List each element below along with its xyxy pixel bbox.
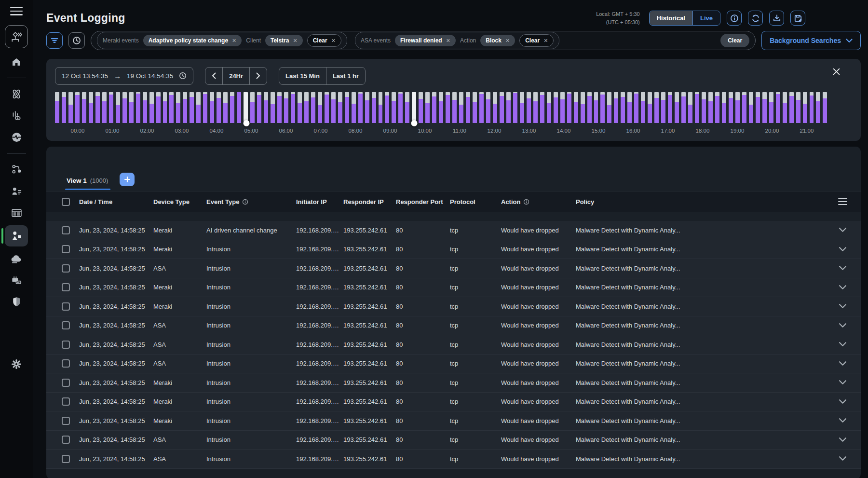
column-header[interactable]: Device Type [153,198,206,205]
appliance-icon [10,274,23,287]
menu-icon[interactable] [10,7,23,15]
add-view-button[interactable] [120,173,135,186]
sidebar-item-health[interactable] [5,128,28,147]
cell-policy: Malware Detect with Dynamic Analy... [576,360,832,367]
column-header[interactable]: Responder Port [396,198,450,205]
clear-group-chip[interactable]: Clear✕ [307,34,341,47]
expand-row-button[interactable] [839,228,846,232]
window-next-button[interactable] [249,68,267,84]
chip-label: Clear [313,37,327,44]
select-all-checkbox[interactable] [62,198,70,206]
histogram-bar [304,92,309,123]
time-filter-button[interactable] [68,32,85,49]
sidebar-item-monitoring[interactable] [5,106,28,125]
cell-initiator-ip: 192.168.209.216 [296,341,343,348]
expand-row-button[interactable] [839,323,846,328]
row-checkbox[interactable] [62,245,70,253]
column-header[interactable]: Action [501,198,576,205]
home-icon [11,56,22,68]
preset-last-1-hr[interactable]: Last 1 hr [326,68,365,84]
sidebar-item-dashboards[interactable] [5,204,28,223]
column-header[interactable]: Event Type [206,198,296,205]
cell-responder-port: 80 [396,227,450,234]
remove-chip-icon[interactable]: ✕ [232,38,236,44]
row-checkbox[interactable] [62,341,70,349]
column-header[interactable]: Initiator IP [296,198,343,205]
time-axis-label: 09:00 [383,128,397,134]
column-header[interactable]: Protocol [450,198,501,205]
column-header[interactable]: Policy [576,198,832,205]
top-bar: Event Logging Local: GMT + 5:30 (UTC + 0… [46,0,861,29]
historical-toggle-button[interactable]: Historical [650,11,692,25]
remove-chip-icon[interactable]: ✕ [293,38,297,44]
filter-button[interactable] [46,32,63,49]
sidebar-item-clients[interactable] [5,182,28,201]
filter-value-chip[interactable]: Telstra✕ [265,35,303,46]
expand-row-button[interactable] [839,456,846,461]
row-checkbox[interactable] [62,226,70,234]
remove-chip-icon[interactable]: ✕ [331,38,336,44]
save-button[interactable] [790,11,805,26]
sidebar-item-home[interactable] [5,52,28,71]
timeline-range-handle[interactable] [243,120,249,126]
histogram-bar [196,92,201,123]
close-timeline-button[interactable] [832,68,841,78]
sidebar-item-security[interactable] [5,292,28,312]
preset-last-15-min[interactable]: Last 15 Min [279,68,326,84]
row-checkbox[interactable] [62,417,70,425]
column-header[interactable]: Date / Time [79,198,153,205]
row-checkbox[interactable] [62,264,70,273]
cell-responder-port: 80 [396,246,450,253]
sidebar-item-topology[interactable] [5,25,28,48]
expand-row-button[interactable] [839,342,846,347]
tab-view-1-label: View 1 [67,177,87,184]
row-checkbox[interactable] [62,436,70,444]
sidebar-item-appliances[interactable] [5,271,28,290]
window-prev-button[interactable] [205,68,222,84]
sidebar-item-assurance[interactable] [5,84,28,104]
filter-value-chip[interactable]: Adaptive policy state change✕ [143,35,242,46]
expand-row-button[interactable] [839,380,846,385]
expand-row-button[interactable] [839,304,846,309]
clear-all-filters-button[interactable]: Clear [720,34,749,47]
expand-row-button[interactable] [839,418,846,423]
expand-row-button[interactable] [839,285,846,290]
info-button[interactable] [727,11,742,26]
date-range-picker[interactable]: 12 Oct 13:54:35 → 19 Oct 14:54:35 [55,67,193,85]
expand-row-button[interactable] [839,266,846,271]
remove-chip-icon[interactable]: ✕ [446,38,450,44]
cell-protocol: tcp [450,265,501,272]
expand-row-button[interactable] [839,437,846,442]
expand-row-button[interactable] [839,361,846,366]
sidebar-item-cloud[interactable] [5,249,28,268]
download-button[interactable] [769,11,784,26]
row-checkbox[interactable] [62,379,70,387]
row-checkbox[interactable] [62,321,70,329]
cell-initiator-ip: 192.168.209.216 [296,284,343,291]
sidebar-item-workflows[interactable] [5,160,28,179]
background-searches-button[interactable]: Background Searches [761,31,861,50]
expand-row-button[interactable] [839,399,846,404]
row-checkbox[interactable] [62,359,70,368]
filter-value-chip[interactable]: Block✕ [480,35,515,46]
row-checkbox[interactable] [62,455,70,463]
histogram-bar [810,92,814,123]
cell-event-type: Intrusion [206,322,296,329]
sidebar-item-event-logging[interactable] [5,225,28,246]
tab-view-1[interactable]: View 1(1000) [67,177,108,190]
remove-chip-icon[interactable]: ✕ [543,38,548,44]
filter-value-chip[interactable]: Firewall denied✕ [395,35,456,46]
row-checkbox[interactable] [62,283,70,291]
row-checkbox[interactable] [62,302,70,311]
live-toggle-button[interactable]: Live [692,11,720,25]
column-header[interactable]: Responder IP [343,198,396,205]
refresh-button[interactable] [748,11,763,26]
column-settings-button[interactable] [838,198,847,205]
expand-row-button[interactable] [839,247,846,252]
remove-chip-icon[interactable]: ✕ [505,38,510,44]
clear-group-chip[interactable]: Clear✕ [519,34,554,47]
sidebar-item-settings[interactable] [5,355,28,374]
timeline-range-handle[interactable] [411,120,417,126]
row-checkbox[interactable] [62,397,70,406]
window-size-label[interactable]: 24Hr [222,68,249,84]
